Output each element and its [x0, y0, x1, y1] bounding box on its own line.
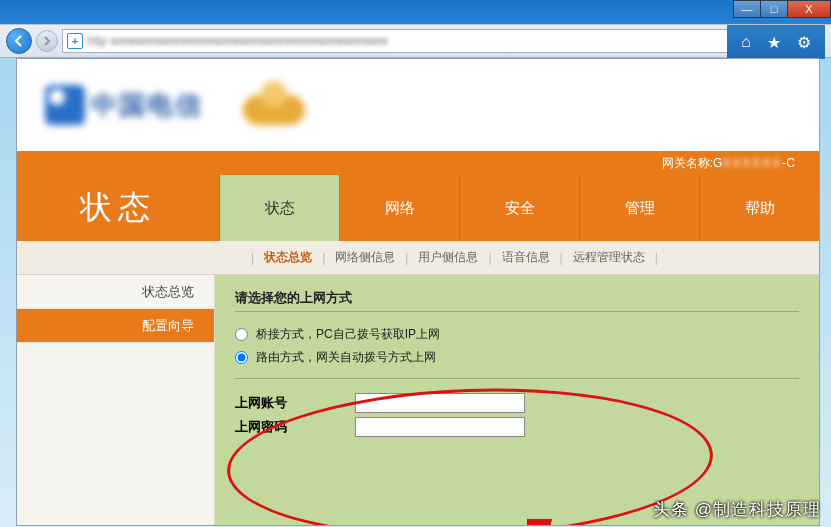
- nav-back-button[interactable]: [6, 28, 32, 54]
- tab-network[interactable]: 网络: [339, 175, 459, 241]
- gateway-value-blurred: XXXXXX: [722, 156, 782, 170]
- toolbar-right: ⌂ ★ ⚙: [727, 25, 825, 59]
- subtab-overview[interactable]: 状态总览: [264, 249, 312, 266]
- gateway-name-bar: 网关名称:GXXXXXX-C: [17, 151, 819, 175]
- sidebar-item-wizard[interactable]: 配置向导: [17, 309, 214, 343]
- subtab-wan-info[interactable]: 网络侧信息: [335, 249, 395, 266]
- window-maximize-button[interactable]: □: [760, 0, 788, 18]
- config-panel: 请选择您的上网方式 桥接方式，PC自己拨号获取IP上网 路由方式，网关自动拨号方…: [215, 275, 819, 525]
- radio-router-mode[interactable]: 路由方式，网关自动拨号方式上网: [235, 349, 799, 366]
- sub-nav: | 状态总览 | 网络侧信息 | 用户侧信息 | 语音信息 | 远程管理状态 |: [17, 241, 819, 275]
- password-input[interactable]: [355, 417, 525, 437]
- settings-gear-icon[interactable]: ⚙: [797, 33, 811, 52]
- home-icon[interactable]: ⌂: [741, 33, 751, 51]
- favorites-icon[interactable]: ★: [767, 33, 781, 52]
- watermark: 头条 @制造科技原理: [653, 498, 821, 521]
- content-area: 状态总览 配置向导 请选择您的上网方式 桥接方式，PC自己拨号获取IP上网 路由…: [17, 275, 819, 525]
- sidebar-item-overview[interactable]: 状态总览: [17, 275, 214, 309]
- sidebar: 状态总览 配置向导: [17, 275, 215, 525]
- radio-bridge-label: 桥接方式，PC自己拨号获取IP上网: [256, 326, 440, 343]
- subtab-remote-status[interactable]: 远程管理状态: [573, 249, 645, 266]
- panel-title: 请选择您的上网方式: [235, 289, 799, 307]
- subtab-voice-info[interactable]: 语音信息: [502, 249, 550, 266]
- nav-forward-button[interactable]: [36, 30, 58, 52]
- tab-security[interactable]: 安全: [459, 175, 579, 241]
- gateway-label: 网关名称:G: [662, 156, 723, 170]
- gateway-suffix: -C: [782, 156, 795, 170]
- radio-router-label: 路由方式，网关自动拨号方式上网: [256, 349, 436, 366]
- radio-bridge-mode[interactable]: 桥接方式，PC自己拨号获取IP上网: [235, 326, 799, 343]
- address-bar[interactable]: + http wwwwwwwwwwwwwwwwwwwwwwwwwwwwwwww …: [62, 29, 825, 53]
- radio-bridge-input[interactable]: [235, 328, 248, 341]
- subtab-lan-info[interactable]: 用户侧信息: [418, 249, 478, 266]
- window-close-button[interactable]: X: [787, 0, 831, 18]
- divider: [235, 311, 799, 312]
- brand-logo-secondary: [243, 79, 307, 131]
- window-titlebar: — □ X: [0, 0, 831, 24]
- browser-toolbar: + http wwwwwwwwwwwwwwwwwwwwwwwwwwwwwwww …: [0, 24, 831, 58]
- main-tabs: 状态 网络 安全 管理 帮助: [219, 175, 819, 241]
- security-shield-icon: +: [67, 33, 83, 49]
- radio-router-input[interactable]: [235, 351, 248, 364]
- account-input[interactable]: [355, 393, 525, 413]
- tab-status[interactable]: 状态: [219, 175, 339, 241]
- url-blurred: http wwwwwwwwwwwwwwwwwwwwwwwwwwwwwwww: [87, 34, 756, 48]
- section-title: 状态: [17, 175, 219, 241]
- tab-management[interactable]: 管理: [579, 175, 699, 241]
- window-minimize-button[interactable]: —: [733, 0, 761, 18]
- page-frame: 中国电信 网关名称:GXXXXXX-C 状态 状态 网络 安全 管理 帮助 | …: [16, 58, 820, 526]
- main-nav: 状态 状态 网络 安全 管理 帮助: [17, 175, 819, 241]
- credentials-form: 上网账号 上网密码: [235, 378, 799, 437]
- page-header: 中国电信: [17, 59, 819, 151]
- account-label: 上网账号: [235, 394, 355, 412]
- brand-logo-primary: 中国电信: [45, 85, 203, 125]
- tab-help[interactable]: 帮助: [699, 175, 819, 241]
- password-label: 上网密码: [235, 418, 355, 436]
